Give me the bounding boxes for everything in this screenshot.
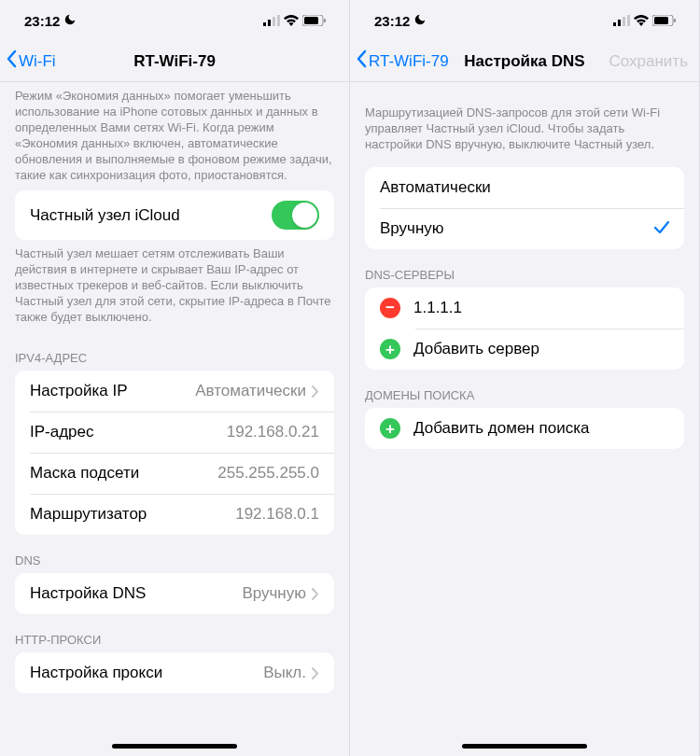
chevron-right-icon [312,667,319,679]
dns-server-row[interactable]: − 1.1.1.1 [365,287,684,329]
subnet-value: 255.255.255.0 [217,464,319,483]
home-indicator[interactable] [462,744,587,749]
private-relay-group: Частный узел iCloud [15,190,334,240]
add-icon[interactable]: + [380,339,400,359]
svg-rect-10 [627,15,630,26]
mode-auto-label: Автоматически [380,178,669,197]
search-domains-group: + Добавить домен поиска [365,408,684,449]
page-title: Настройка DNS [464,52,584,71]
mode-manual-label: Вручную [380,219,654,238]
status-bar: 23:12 [350,0,699,41]
ip-config-label: Настройка IP [30,382,195,400]
ip-config-value: Автоматически [195,382,306,400]
dns-servers-header: DNS-СЕРВЕРЫ [350,249,699,287]
proxy-config-row[interactable]: Настройка прокси Выкл. [15,652,334,693]
svg-rect-1 [268,20,271,26]
checkmark-icon [654,219,669,239]
add-server-label: Добавить сервер [413,340,669,358]
router-value: 192.168.0.1 [235,505,319,524]
private-relay-footer: Частный узел мешает сетям отслеживать Ва… [0,240,349,332]
svg-rect-8 [618,20,621,26]
add-icon[interactable]: + [380,418,400,439]
content-scroll[interactable]: Режим «Экономия данных» помогает уменьши… [0,82,349,756]
ip-address-label: IP-адрес [30,423,227,441]
remove-icon[interactable]: − [380,298,400,318]
wifi-icon [634,13,649,29]
back-button[interactable]: Wi-Fi [6,49,56,73]
save-button[interactable]: Сохранить [609,52,688,71]
svg-rect-5 [304,17,318,24]
mode-auto-row[interactable]: Автоматически [365,167,684,208]
wifi-icon [284,13,299,29]
phone-left: 23:12 Wi-Fi RT-WiFi-79 Режим «Эк [0,0,350,756]
dns-mode-group: Автоматически Вручную [365,167,684,249]
chevron-back-icon [6,49,17,73]
mode-manual-row[interactable]: Вручную [365,208,684,249]
back-label: Wi-Fi [19,52,56,71]
router-row: Маршрутизатор 192.168.0.1 [15,494,334,535]
svg-rect-3 [277,15,280,26]
svg-rect-6 [324,19,326,22]
battery-icon [302,13,327,29]
chevron-back-icon [356,49,367,73]
svg-rect-0 [263,22,266,26]
page-title: RT-WiFi-79 [133,52,216,71]
add-domain-label: Добавить домен поиска [413,419,669,438]
proxy-header: HTTP-ПРОКСИ [0,614,349,652]
home-indicator[interactable] [112,744,237,749]
dns-header: DNS [0,535,349,573]
svg-rect-12 [654,17,668,24]
svg-rect-9 [623,17,625,26]
ipv4-group: Настройка IP Автоматически IP-адрес 192.… [15,371,334,535]
add-server-row[interactable]: + Добавить сервер [365,329,684,370]
dns-config-label: Настройка DNS [30,584,242,603]
add-domain-row[interactable]: + Добавить домен поиска [365,408,684,449]
status-bar: 23:12 [0,0,349,41]
proxy-group: Настройка прокси Выкл. [15,652,334,693]
ip-address-row: IP-адрес 192.168.0.21 [15,412,334,453]
svg-rect-7 [613,22,616,26]
battery-icon [652,13,677,29]
chevron-right-icon [312,385,319,398]
dns-servers-group: − 1.1.1.1 + Добавить сервер [365,287,684,370]
private-relay-row[interactable]: Частный узел iCloud [15,190,334,240]
subnet-row: Маска подсети 255.255.255.0 [15,453,334,494]
proxy-config-value: Выкл. [263,664,306,682]
private-relay-label: Частный узел iCloud [30,206,272,225]
nav-bar: Wi-Fi RT-WiFi-79 [0,41,349,82]
svg-rect-2 [273,17,275,26]
back-label: RT-WiFi-79 [369,52,449,71]
search-domains-header: ДОМЕНЫ ПОИСКА [350,370,699,408]
ip-address-value: 192.168.0.21 [227,423,319,441]
do-not-disturb-icon [413,13,427,29]
svg-rect-13 [674,19,676,22]
phone-right: 23:12 RT-WiFi-79 Настройка DNS Сохранит [350,0,700,756]
back-button[interactable]: RT-WiFi-79 [356,49,449,73]
data-saver-footer: Режим «Экономия данных» помогает уменьши… [0,82,349,190]
subnet-label: Маска подсети [30,464,217,483]
do-not-disturb-icon [63,13,77,29]
dns-intro-footer: Маршрутизацией DNS-запросов для этой сет… [350,82,699,160]
chevron-right-icon [312,588,319,600]
dns-server-value: 1.1.1.1 [413,299,669,317]
router-label: Маршрутизатор [30,505,235,524]
proxy-config-label: Настройка прокси [30,664,263,682]
cellular-icon [613,13,630,29]
private-relay-toggle[interactable] [272,201,319,230]
nav-bar: RT-WiFi-79 Настройка DNS Сохранить [350,41,699,82]
cellular-icon [263,13,280,29]
ip-config-row[interactable]: Настройка IP Автоматически [15,371,334,412]
dns-group: Настройка DNS Вручную [15,573,334,614]
status-time: 23:12 [374,13,410,29]
dns-config-row[interactable]: Настройка DNS Вручную [15,573,334,614]
dns-config-value: Вручную [242,584,306,603]
status-time: 23:12 [24,13,60,29]
ipv4-header: IPV4-АДРЕС [0,332,349,371]
content-scroll[interactable]: Маршрутизацией DNS-запросов для этой сет… [350,82,699,756]
